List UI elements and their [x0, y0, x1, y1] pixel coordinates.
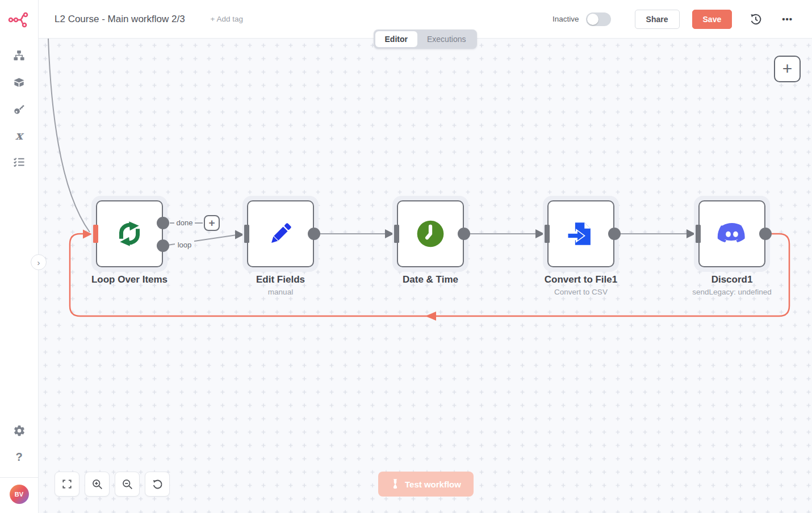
box-icon	[12, 75, 26, 89]
clock-icon	[415, 218, 446, 250]
zoom-out-button[interactable]	[115, 472, 140, 497]
history-icon	[749, 12, 763, 26]
connection-incoming[interactable]	[48, 39, 90, 232]
node-box	[397, 200, 464, 267]
sidebar-item-variables[interactable]: x	[6, 122, 32, 149]
output-label-loop: loop	[175, 241, 194, 249]
sitemap-icon	[12, 49, 26, 62]
output-endpoint[interactable]	[759, 228, 772, 240]
tab-group: Editor Executions	[374, 30, 478, 49]
avatar[interactable]: BV	[10, 485, 29, 504]
header-actions: Inactive Share Save •••	[553, 10, 796, 29]
sidebar-item-credentials[interactable]	[6, 95, 32, 122]
input-endpoint[interactable]	[394, 225, 399, 243]
chevron-right-icon: ›	[37, 258, 40, 267]
sidebar-item-help[interactable]: ?	[6, 444, 32, 470]
share-button[interactable]: Share	[635, 10, 680, 29]
add-node-button[interactable]: +	[774, 56, 801, 82]
test-workflow-label: Test workflow	[405, 480, 461, 489]
toggle-knob	[587, 14, 598, 25]
flask-icon	[391, 479, 400, 489]
fit-view-icon	[61, 478, 73, 490]
output-endpoint[interactable]	[308, 228, 320, 240]
arrowhead-loopback-mid	[425, 312, 436, 321]
node-subtitle: sendLegacy: undefined	[652, 288, 811, 296]
sidebar-bottom: ? BV	[0, 417, 38, 513]
expand-sidebar-button[interactable]: ›	[31, 254, 47, 270]
reset-zoom-icon	[152, 478, 164, 490]
active-toggle[interactable]	[586, 12, 611, 26]
node-subtitle: Convert to CSV	[501, 288, 660, 296]
fit-view-button[interactable]	[55, 472, 79, 497]
canvas-controls	[55, 472, 170, 497]
output-endpoint-done[interactable]	[157, 217, 169, 229]
key-icon	[13, 103, 26, 115]
output-label-done: done	[174, 218, 195, 227]
node-box	[547, 200, 614, 267]
view-switcher: Editor Executions	[39, 30, 812, 49]
zoom-out-icon	[122, 478, 133, 490]
zoom-in-button[interactable]	[85, 472, 110, 497]
workflow-title[interactable]: L2 Course - Main workflow 2/3	[55, 14, 185, 25]
user-area: BV	[0, 477, 38, 513]
question-icon: ?	[15, 451, 22, 464]
node-discord[interactable]: Discord1 sendLegacy: undefined	[698, 200, 765, 267]
node-title: Edit Fields	[256, 274, 305, 285]
tab-editor[interactable]: Editor	[375, 31, 417, 47]
node-label: Edit Fields manual	[201, 274, 360, 296]
output-endpoint[interactable]	[608, 228, 621, 240]
checklist-icon	[12, 155, 26, 169]
node-box	[96, 200, 163, 267]
node-label: Date & Time	[351, 274, 510, 285]
test-workflow-button[interactable]: Test workflow	[378, 472, 474, 497]
input-endpoint[interactable]	[93, 225, 98, 243]
tab-executions[interactable]: Executions	[417, 31, 475, 47]
sidebar-item-workflows[interactable]	[6, 42, 32, 69]
node-edit-fields[interactable]: Edit Fields manual	[247, 200, 314, 267]
node-convert-to-file[interactable]: Convert to File1 Convert to CSV	[547, 200, 614, 267]
node-box	[247, 200, 314, 267]
node-label: Discord1 sendLegacy: undefined	[652, 274, 811, 296]
node-label: Loop Over Items	[50, 274, 209, 285]
node-box	[698, 200, 765, 267]
sidebar-item-templates[interactable]	[6, 69, 32, 95]
node-loop-over-items[interactable]: Loop Over Items	[96, 200, 163, 267]
sidebar-item-settings[interactable]	[6, 417, 32, 444]
gear-icon	[13, 424, 26, 437]
input-endpoint[interactable]	[545, 225, 550, 243]
input-endpoint[interactable]	[696, 225, 701, 243]
reset-zoom-button[interactable]	[145, 472, 170, 497]
node-date-time[interactable]: Date & Time	[397, 200, 464, 267]
loop-icon	[112, 216, 147, 251]
sidebar-nav: x	[6, 42, 32, 175]
n8n-logo-icon	[8, 11, 31, 28]
input-endpoint[interactable]	[244, 225, 249, 243]
workflow-canvas[interactable]: done loop Loop Over Items	[39, 39, 812, 513]
status-label: Inactive	[553, 15, 579, 23]
node-title: Discord1	[711, 274, 753, 285]
node-subtitle: manual	[201, 288, 360, 296]
node-title: Convert to File1	[545, 274, 617, 285]
output-endpoint[interactable]	[458, 228, 470, 240]
save-button[interactable]: Save	[692, 10, 733, 29]
sidebar-item-executions[interactable]	[6, 149, 32, 175]
n8n-logo[interactable]	[7, 9, 32, 30]
node-label: Convert to File1 Convert to CSV	[501, 274, 660, 296]
history-button[interactable]	[747, 10, 765, 28]
zoom-in-icon	[91, 478, 103, 490]
add-node-after-done-button[interactable]: +	[204, 215, 220, 231]
ellipsis-icon[interactable]: •••	[778, 11, 796, 27]
output-endpoint-loop[interactable]	[157, 239, 169, 252]
file-import-icon	[566, 218, 596, 249]
variables-icon: x	[15, 128, 23, 142]
pencil-icon	[266, 219, 295, 249]
add-tag-button[interactable]: + Add tag	[211, 15, 243, 23]
discord-icon	[714, 216, 750, 251]
arrowhead-loopback-input	[83, 230, 92, 239]
